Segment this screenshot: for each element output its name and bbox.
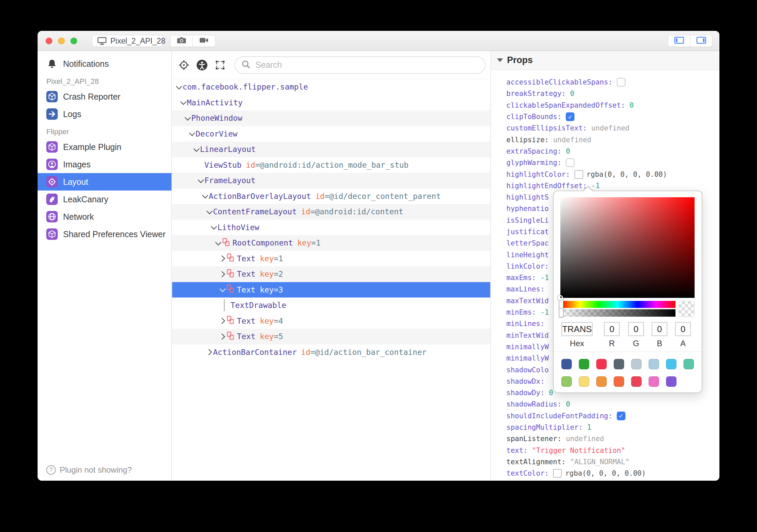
preset-color-swatch[interactable] — [596, 376, 607, 387]
minimize-button[interactable] — [58, 38, 65, 44]
search-input[interactable] — [255, 60, 479, 70]
chevron-down-icon[interactable] — [202, 193, 208, 199]
preset-color-swatch[interactable] — [561, 359, 572, 369]
prop-value-number[interactable]: 0 — [629, 101, 634, 109]
toggle-right-sidebar-button[interactable] — [690, 35, 712, 47]
preset-color-swatch[interactable] — [649, 376, 659, 387]
preset-color-swatch[interactable] — [631, 376, 642, 387]
toggle-left-sidebar-button[interactable] — [668, 35, 690, 47]
tree-row-com-facebook-flipper-sample[interactable]: com.facebook.flipper.sample — [172, 79, 490, 95]
alpha-slider[interactable] — [560, 309, 675, 317]
prop-value-number[interactable]: -1 — [541, 274, 549, 282]
chevron-down-icon[interactable] — [211, 224, 217, 230]
prop-value-number[interactable]: -1 — [541, 308, 549, 316]
hue-slider-handle[interactable] — [559, 300, 563, 309]
tree-row-phonewindow[interactable]: PhoneWindow — [172, 110, 490, 126]
tree-row-linearlayout[interactable]: LinearLayout — [172, 142, 490, 157]
tree-row-viewstub[interactable]: ViewStubid=@android:id/action_mode_bar_s… — [172, 157, 490, 173]
chevron-right-icon[interactable] — [219, 333, 225, 339]
chevron-down-icon[interactable] — [180, 99, 186, 105]
plugin-help-link[interactable]: ? Plugin not showing? — [46, 465, 132, 475]
sidebar-item-crash-reporter[interactable]: Crash Reporter — [38, 88, 171, 105]
chevron-down-icon[interactable] — [193, 146, 199, 152]
cube-icon — [46, 141, 58, 153]
sidebar-item-shared-preferences-viewer[interactable]: Shared Preferences Viewer — [38, 225, 171, 243]
chevron-right-icon[interactable] — [219, 271, 225, 277]
color-swatch-button[interactable] — [574, 170, 583, 179]
tree-row-rootcomponent[interactable]: RootComponentkey=1 — [172, 235, 490, 251]
checkbox-unchecked[interactable] — [617, 78, 625, 87]
tree-row-lithoview[interactable]: LithoView — [172, 220, 490, 235]
sidebar-item-network[interactable]: Network — [38, 208, 171, 225]
chevron-down-icon[interactable] — [215, 239, 221, 245]
preset-color-swatch[interactable] — [666, 359, 676, 369]
preset-color-swatch[interactable] — [614, 359, 624, 369]
tree-row-contentframelayout[interactable]: ContentFrameLayoutid=@android:id/content — [172, 204, 490, 220]
preset-color-swatch[interactable] — [614, 376, 624, 387]
tree-row-decorview[interactable]: DecorView — [172, 126, 490, 142]
preset-color-swatch[interactable] — [684, 359, 694, 369]
chevron-down-icon[interactable] — [198, 177, 204, 183]
chevron-right-icon[interactable] — [206, 349, 212, 355]
preset-color-swatch[interactable] — [579, 376, 589, 387]
tree-row-text[interactable]: Textkey=4 — [172, 313, 490, 329]
chevron-down-icon[interactable] — [189, 130, 195, 136]
chevron-right-icon[interactable] — [219, 256, 225, 262]
green-input[interactable]: 0 — [628, 322, 644, 336]
alpha-input[interactable]: 0 — [675, 322, 691, 336]
sidebar-item-images[interactable]: Images — [38, 156, 171, 173]
zoom-button[interactable] — [70, 38, 77, 44]
device-tab[interactable]: Pixel_2_API_28 — [92, 35, 163, 47]
chevron-right-icon[interactable] — [219, 318, 225, 324]
hex-input[interactable]: TRANS — [561, 322, 593, 336]
prop-value-number[interactable]: 0 — [570, 90, 574, 98]
prop-value-number[interactable]: 0 — [566, 400, 570, 408]
checkbox-unchecked[interactable] — [566, 158, 574, 167]
collapse-triangle-icon[interactable] — [497, 58, 503, 62]
tree-row-textdrawable[interactable]: TextDrawable — [172, 298, 490, 313]
tree-row-framelayout[interactable]: FrameLayout — [172, 173, 490, 189]
checkbox-checked[interactable]: ✓ — [617, 412, 625, 420]
blue-input[interactable]: 0 — [652, 322, 667, 336]
select-element-button[interactable] — [214, 59, 226, 71]
preset-color-swatch[interactable] — [596, 359, 607, 369]
sidebar-item-notifications[interactable]: Notifications — [38, 55, 171, 72]
capture-buttons — [170, 35, 215, 47]
tree-row-actionbarcontainer[interactable]: ActionBarContainerid=@id/action_bar_cont… — [172, 344, 490, 360]
preset-color-swatch[interactable] — [579, 359, 589, 369]
chevron-down-icon[interactable] — [185, 114, 191, 120]
record-video-button[interactable] — [193, 35, 215, 47]
sidebar-item-example-plugin[interactable]: Example Plugin — [38, 138, 171, 156]
chevron-down-icon[interactable] — [176, 83, 182, 89]
tree-row-text[interactable]: Textkey=1 — [172, 251, 490, 267]
chevron-down-icon[interactable] — [206, 208, 212, 214]
checkbox-checked[interactable]: ✓ — [566, 112, 574, 121]
sidebar-item-label: Logs — [63, 109, 81, 119]
sidebar-item-logs[interactable]: Logs — [38, 105, 171, 123]
sidebar-item-leakcanary[interactable]: LeakCanary — [38, 191, 171, 208]
prop-value-number[interactable]: 1 — [587, 423, 592, 431]
preset-color-swatch[interactable] — [649, 359, 659, 369]
saturation-value-area[interactable] — [560, 197, 695, 298]
tree-row-text[interactable]: Textkey=5 — [172, 329, 490, 344]
target-mode-button[interactable] — [178, 59, 190, 71]
tree-row-text[interactable]: Textkey=2 — [172, 266, 490, 282]
close-button[interactable] — [46, 38, 52, 44]
red-input[interactable]: 0 — [604, 322, 620, 336]
hue-slider[interactable] — [560, 301, 675, 308]
chevron-down-icon[interactable] — [219, 286, 225, 292]
color-swatch-button[interactable] — [553, 469, 562, 478]
preset-color-swatch[interactable] — [631, 359, 642, 369]
sidebar-item-layout[interactable]: Layout — [38, 173, 171, 191]
tree-row-actionbaroverlaylayout[interactable]: ActionBarOverlayLayoutid=@id/decor_conte… — [172, 189, 490, 204]
preset-color-swatch[interactable] — [666, 376, 676, 387]
prop-value-number[interactable]: 0 — [549, 389, 553, 397]
prop-value-string[interactable]: "Trigger Notification" — [532, 446, 625, 455]
preset-color-swatch[interactable] — [561, 376, 572, 387]
accessibility-mode-button[interactable] — [196, 59, 208, 71]
prop-value-number[interactable]: 0 — [566, 147, 570, 155]
tree-row-mainactivity[interactable]: MainActivity — [172, 95, 490, 111]
alpha-slider-handle[interactable] — [559, 308, 563, 317]
tree-row-text[interactable]: Textkey=3 — [172, 282, 490, 298]
screenshot-button[interactable] — [170, 35, 193, 47]
